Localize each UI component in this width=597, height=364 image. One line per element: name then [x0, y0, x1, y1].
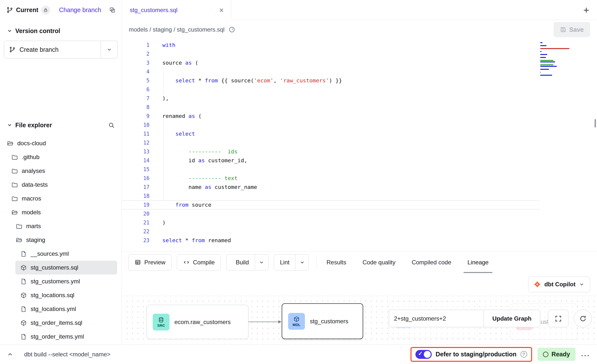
model-icon [20, 320, 27, 326]
tree-item-stg-order-items-sql[interactable]: stg_order_items.sql [15, 316, 117, 330]
save-button[interactable]: Save [554, 22, 590, 37]
code-line[interactable]: 9renamed as ( [122, 112, 597, 121]
code-line[interactable]: 23select * from renamed [122, 236, 597, 245]
help-icon[interactable]: ? [521, 351, 527, 358]
top-bar: Current Change branch stg_customers.sql … [0, 0, 597, 20]
tree-item-label: stg_locations.sql [31, 292, 74, 299]
chevron-down-icon [7, 122, 12, 128]
folder-icon [11, 182, 18, 188]
tree-item-models[interactable]: models [6, 205, 117, 219]
lineage-selector-input[interactable] [389, 310, 484, 327]
lineage-node-stg-customers[interactable]: MDL stg_customers [282, 303, 363, 339]
code-editor[interactable]: 1with23source as (45 select * from {{ so… [122, 39, 597, 251]
file-icon [20, 306, 27, 312]
update-graph-button[interactable]: Update Graph [484, 310, 540, 327]
tree-item-stg-customers-yml[interactable]: stg_customers.yml [15, 274, 117, 288]
panel-tab-compiled-code[interactable]: Compiled code [412, 252, 451, 273]
tree-item-stg-locations-sql[interactable]: stg_locations.sql [15, 288, 117, 302]
code-line[interactable]: 5 select * from {{ source('ecom', 'raw_c… [122, 76, 597, 85]
more-options-button[interactable]: ... [581, 349, 590, 360]
code-line[interactable]: 10 [122, 121, 597, 129]
lint-caret[interactable] [295, 255, 309, 270]
search-icon[interactable] [108, 122, 115, 128]
tree-item-analyses[interactable]: analyses [6, 164, 117, 178]
copy-icon[interactable] [109, 7, 116, 13]
code-line[interactable]: 19 from source [122, 200, 540, 209]
status-bar: dbt build --select <model_name> ✓ Defer … [0, 344, 597, 364]
scrollbar-thumb[interactable] [595, 119, 596, 127]
line-number: 21 [122, 218, 149, 227]
code-line[interactable]: 21) [122, 218, 597, 227]
code-line[interactable]: 4 [122, 67, 597, 76]
dbt-copilot-button[interactable]: dbt Copilot [528, 276, 590, 292]
main-area: Version control Create branch File explo… [0, 20, 597, 344]
panel-tab-code-quality[interactable]: Code quality [363, 252, 395, 273]
tree-item-label: staging [26, 237, 45, 243]
close-icon[interactable]: × [219, 6, 224, 14]
build-caret[interactable] [255, 255, 268, 270]
code-line[interactable]: 7), [122, 94, 597, 103]
code-line[interactable]: 11 select [122, 129, 597, 138]
code-line[interactable]: 22 [122, 227, 597, 236]
chevron-up-icon[interactable] [7, 351, 13, 358]
lock-icon [41, 6, 50, 15]
new-tab-button[interactable]: + [583, 5, 589, 15]
sidebar: Version control Create branch File explo… [0, 20, 122, 344]
build-button[interactable]: Build [226, 255, 255, 270]
panel-tab-lineage[interactable]: Lineage [467, 252, 488, 273]
tree-item-docs-cloud[interactable]: docs-cloud [2, 136, 117, 150]
code-line[interactable]: 18 [122, 192, 597, 200]
tree-item--github[interactable]: .github [6, 150, 117, 164]
panel-tab-results[interactable]: Results [326, 252, 346, 273]
code-line[interactable]: 2 [122, 50, 597, 58]
tab-title: stg_customers.sql [130, 7, 177, 14]
current-branch[interactable]: Current [6, 6, 50, 15]
tree-item-macros[interactable]: macros [6, 192, 117, 205]
badge-label: MDL [293, 323, 301, 327]
preview-button[interactable]: Preview [128, 254, 171, 271]
code-line[interactable]: 12 [122, 138, 597, 147]
tab-stg-customers-sql[interactable]: stg_customers.sql × [122, 0, 231, 20]
line-number: 13 [122, 147, 149, 156]
check-icon: ✓ [418, 350, 423, 357]
breadcrumb: models / staging / stg_customers.sql [129, 26, 224, 33]
tree-item-marts[interactable]: marts [11, 219, 117, 233]
code-line[interactable]: 14 id as customer_id, [122, 156, 597, 165]
fullscreen-button[interactable] [548, 310, 568, 327]
version-control-header[interactable]: Version control [0, 26, 122, 36]
lint-button-group: Lint [274, 254, 309, 271]
tree-item--sources-yml[interactable]: __sources.yml [15, 247, 117, 261]
chevron-down-icon [7, 28, 12, 34]
code-line[interactable]: 6 [122, 85, 597, 94]
code-line[interactable]: 15 [122, 165, 597, 174]
refresh-button[interactable] [574, 309, 592, 328]
file-explorer-header[interactable]: File explorer [0, 120, 122, 130]
tree-item-stg-order-items-yml[interactable]: stg_order_items.yml [15, 330, 117, 344]
editor-tab-bar: stg_customers.sql × + [122, 0, 597, 20]
file-tree: docs-cloud.githubanalysesdata-testsmacro… [0, 136, 122, 344]
format-icon[interactable] [228, 26, 235, 33]
compile-button[interactable]: Compile [177, 254, 221, 271]
tree-item-data-tests[interactable]: data-tests [6, 178, 117, 192]
code-line[interactable]: 3source as ( [122, 58, 597, 67]
tree-item-stg-customers-sql[interactable]: stg_customers.sql [15, 261, 117, 274]
file-icon [20, 333, 27, 340]
tree-item-staging[interactable]: staging [11, 233, 117, 247]
minimap[interactable] [540, 42, 572, 76]
tree-item-stg-locations-yml[interactable]: stg_locations.yml [15, 302, 117, 316]
code-line[interactable]: 1with [122, 41, 597, 50]
create-branch-main[interactable]: Create branch [4, 41, 101, 58]
code-line[interactable]: 16 ---------- text [122, 174, 597, 183]
lineage-canvas[interactable]: MDL stg_customers SEM customers SRC [122, 296, 597, 344]
code-line[interactable]: 20 [122, 209, 597, 218]
code-line[interactable]: 13 ---------- ids [122, 147, 597, 156]
lint-button[interactable]: Lint [274, 255, 296, 270]
create-branch-caret[interactable] [101, 41, 117, 58]
change-branch-link[interactable]: Change branch [59, 6, 101, 14]
status-ring-icon [543, 352, 548, 357]
code-line[interactable]: 17 name as customer_name [122, 183, 597, 192]
preview-label: Preview [144, 259, 165, 266]
code-line[interactable]: 8 [122, 103, 597, 112]
defer-toggle[interactable]: ✓ [415, 350, 432, 359]
lineage-node-source[interactable]: SRC ecom.raw_customers [147, 305, 248, 339]
